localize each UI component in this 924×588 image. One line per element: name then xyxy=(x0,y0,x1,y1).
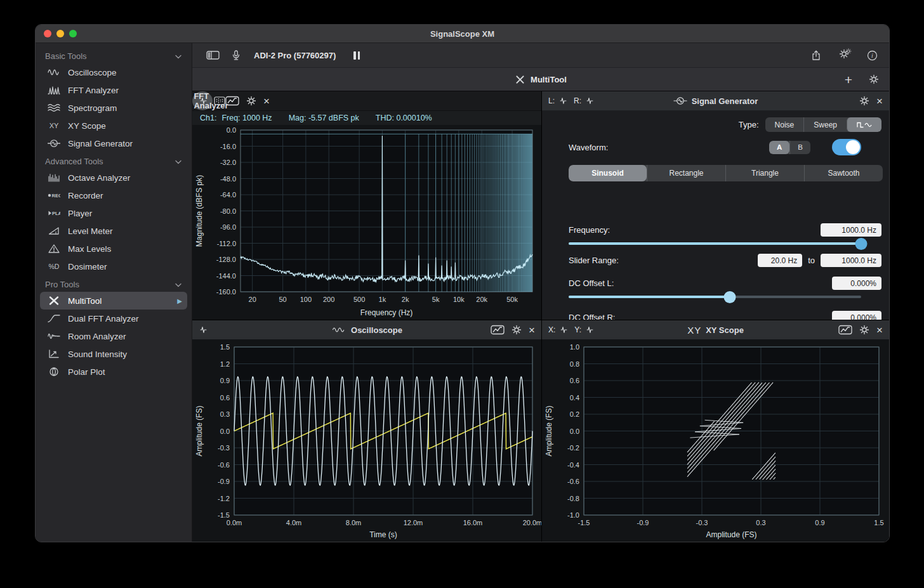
dc-offset-l-slider[interactable] xyxy=(569,291,861,303)
fft-settings-gear-icon[interactable] xyxy=(246,96,256,106)
sidebar-item-signal-generator[interactable]: Signal Generator xyxy=(40,134,187,152)
svg-text:0.2: 0.2 xyxy=(570,410,579,418)
scope-chart-options-button[interactable] xyxy=(491,325,505,335)
sidebar-section-header-basic-tools[interactable]: Basic Tools xyxy=(36,47,192,63)
channel-a-button[interactable]: A xyxy=(769,141,789,154)
zoom-window-button[interactable] xyxy=(69,30,77,37)
waveform-triangle-button[interactable]: Triangle xyxy=(725,165,804,181)
sidebar-section-header-pro-tools[interactable]: Pro Tools xyxy=(36,275,192,292)
xy-chart[interactable]: -1.5-0.9-0.30.30.91.51.00.80.60.40.20.0-… xyxy=(542,339,889,542)
generator-enable-toggle[interactable] xyxy=(832,139,861,155)
generator-settings-gear-icon[interactable] xyxy=(859,96,869,106)
svg-text:-144.0: -144.0 xyxy=(216,272,236,280)
range-min-field[interactable]: 20.0 Hz xyxy=(758,254,802,267)
sidebar-item-max-levels[interactable]: Max Levels xyxy=(40,240,187,258)
sidebar-item-label: Oscilloscope xyxy=(68,68,117,77)
multitool-settings-gear-icon[interactable] xyxy=(869,74,879,84)
scope-input-signal-icon[interactable] xyxy=(199,325,208,334)
waveform-sawtooth-button[interactable]: Sawtooth xyxy=(804,165,883,181)
dc-offset-l-slider-knob[interactable] xyxy=(723,291,736,303)
add-tool-button[interactable]: + xyxy=(845,73,852,86)
sidebar-item-room-analyzer[interactable]: Room Analyzer xyxy=(40,327,187,345)
sidebar-item-recorder[interactable]: RECRecorder xyxy=(40,186,187,204)
sidebar-item-player[interactable]: PLAYPlayer xyxy=(40,204,187,222)
svg-text:-0.4: -0.4 xyxy=(567,461,579,469)
y-channel-signal-icon[interactable] xyxy=(585,325,595,334)
toggle-sidebar-icon[interactable] xyxy=(206,50,220,60)
chevron-down-icon[interactable] xyxy=(175,51,182,61)
sidebar-item-label: Player xyxy=(68,209,92,218)
svg-text:0.8: 0.8 xyxy=(570,360,579,368)
titlebar[interactable]: SignalScope XM xyxy=(36,25,889,43)
fft-chart-options-button[interactable] xyxy=(225,96,239,106)
sidebar-item-level-meter[interactable]: Level Meter xyxy=(40,222,187,240)
svg-text:-0.9: -0.9 xyxy=(218,478,230,485)
fft-status-channel: Ch1: xyxy=(200,114,216,122)
fft-chart[interactable]: 20501002005001k2k5k10k20k50k0.0-16.0-32.… xyxy=(192,125,541,320)
svg-text:1.5: 1.5 xyxy=(874,519,883,526)
sidebar-item-xy-scope[interactable]: XYXY Scope xyxy=(40,117,187,134)
xy-settings-gear-icon[interactable] xyxy=(859,325,869,335)
info-icon[interactable]: i xyxy=(867,50,878,61)
svg-text:2k: 2k xyxy=(402,296,409,303)
left-channel-label: L: xyxy=(548,96,555,105)
dc-offset-l-field[interactable]: 0.000% xyxy=(832,277,881,290)
xy-panel-header[interactable]: X: Y: XY XY Scope × xyxy=(542,320,889,339)
sidebar-item-label: Dual FFT Analyzer xyxy=(68,314,139,323)
sidebar-item-label: Recorder xyxy=(68,191,103,200)
svg-text:-32.0: -32.0 xyxy=(220,159,236,166)
dc-offset-r-field[interactable]: 0.000% xyxy=(832,311,881,320)
signal-generator-header[interactable]: L: R: Signal Generator xyxy=(542,91,889,110)
range-max-field[interactable]: 1000.0 Hz xyxy=(821,254,881,267)
frequency-slider-knob[interactable] xyxy=(855,238,868,250)
fft-panel-header[interactable]: FFT Analyzer × xyxy=(192,91,213,110)
xy-chart-options-button[interactable] xyxy=(838,325,852,335)
sidebar-item-sound-intensity[interactable]: Sound Intensity xyxy=(40,345,187,363)
share-icon[interactable] xyxy=(811,50,821,61)
polar-icon xyxy=(45,367,63,377)
x-channel-signal-icon[interactable] xyxy=(559,325,569,334)
svg-text:0.6: 0.6 xyxy=(220,394,230,402)
signal-generator-title: Signal Generator xyxy=(692,96,758,106)
microphone-icon[interactable] xyxy=(231,50,241,61)
sidebar-item-fft-analyzer[interactable]: FFT Analyzer xyxy=(40,81,187,99)
sidebar-item-spectrogram[interactable]: Spectrogram xyxy=(40,99,187,117)
xy-close-icon[interactable]: × xyxy=(876,325,883,336)
svg-text:-1.2: -1.2 xyxy=(218,495,230,502)
right-channel-signal-icon[interactable] xyxy=(585,96,595,105)
sidebar-item-oscilloscope[interactable]: Oscilloscope xyxy=(40,63,187,81)
waveform-sinusoid-button[interactable]: Sinusoid xyxy=(569,165,647,181)
sidebar-item-polar-plot[interactable]: Polar Plot xyxy=(40,363,187,381)
left-channel-signal-icon[interactable] xyxy=(558,96,568,105)
sidebar-section-header-advanced-tools[interactable]: Advanced Tools xyxy=(36,152,192,169)
type-sweep-button[interactable]: Sweep xyxy=(803,117,847,132)
frequency-value-field[interactable]: 1000.0 Hz xyxy=(821,223,881,237)
oscilloscope-chart[interactable]: 0.0m4.0m8.0m12.0m16.0m20.0m1.51.20.90.60… xyxy=(192,339,541,542)
active-tool-arrow-icon[interactable]: ▶ xyxy=(177,297,182,304)
sidebar-item-octave-analyzer[interactable]: Octave Analyzer xyxy=(40,169,187,186)
scope-settings-gear-icon[interactable] xyxy=(512,325,522,335)
sidebar-item-multitool[interactable]: MultiTool▶ xyxy=(40,292,187,310)
input-signal-icon[interactable] xyxy=(199,96,208,105)
svg-text:1.5: 1.5 xyxy=(220,343,230,351)
type-noise-button[interactable]: Noise xyxy=(765,117,804,132)
device-name[interactable]: ADI-2 Pro (57760297) xyxy=(254,51,336,60)
sidebar-item-dosimeter[interactable]: %DDosimeter xyxy=(40,258,187,275)
oscilloscope-panel-header[interactable]: Oscilloscope × xyxy=(192,320,541,339)
generator-close-icon[interactable]: × xyxy=(876,96,883,107)
scope-close-icon[interactable]: × xyxy=(529,325,535,336)
close-window-button[interactable] xyxy=(44,30,51,37)
fft-close-icon[interactable]: × xyxy=(263,96,270,107)
pause-button[interactable] xyxy=(353,51,360,60)
svg-text:0.0m: 0.0m xyxy=(227,519,242,526)
chevron-down-icon[interactable] xyxy=(175,280,182,289)
minimize-window-button[interactable] xyxy=(56,30,64,37)
waveform-rectangle-button[interactable]: Rectangle xyxy=(647,165,725,181)
spectrogram-view-icon[interactable] xyxy=(214,96,225,106)
sidebar-item-dual-fft-analyzer[interactable]: Dual FFT Analyzer xyxy=(40,310,187,327)
settings-gears-icon[interactable] xyxy=(839,49,849,62)
frequency-slider[interactable] xyxy=(569,237,861,250)
channel-b-button[interactable]: B xyxy=(789,141,810,154)
type-tone-button[interactable] xyxy=(847,117,881,132)
chevron-down-icon[interactable] xyxy=(175,157,182,166)
